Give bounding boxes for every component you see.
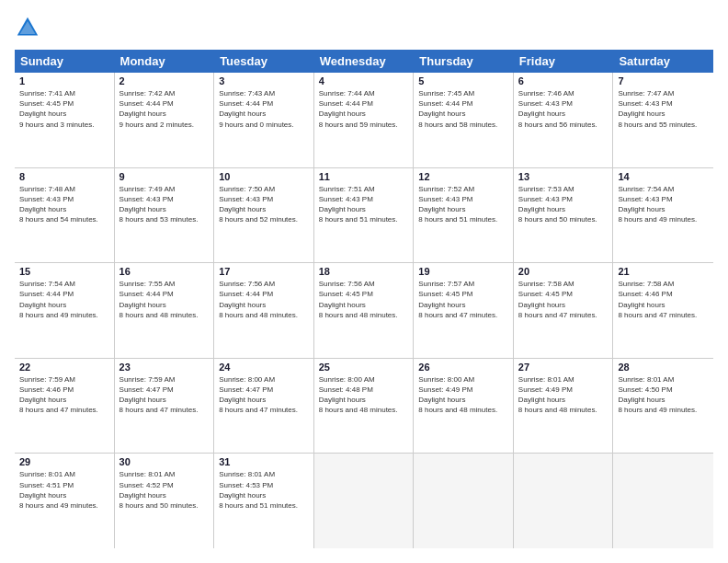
calendar-day-1: 1Sunrise: 7:41 AMSunset: 4:45 PMDaylight… [15,73,115,167]
day-number: 18 [319,266,409,277]
calendar-day-6: 6Sunrise: 7:46 AMSunset: 4:43 PMDaylight… [514,73,614,167]
day-number: 14 [618,171,709,182]
calendar-day-16: 16Sunrise: 7:55 AMSunset: 4:44 PMDayligh… [115,263,215,358]
header-day-tuesday: Tuesday [214,50,314,73]
header-day-friday: Friday [514,50,614,73]
empty-cell [613,454,713,548]
day-info: Sunrise: 7:59 AMSunset: 4:47 PMDaylight … [119,374,210,416]
day-number: 17 [219,266,309,277]
calendar-day-18: 18Sunrise: 7:56 AMSunset: 4:45 PMDayligh… [314,263,415,358]
calendar-header: SundayMondayTuesdayWednesdayThursdayFrid… [15,50,713,73]
day-number: 31 [219,456,309,467]
day-number: 24 [219,362,309,373]
day-info: Sunrise: 7:41 AMSunset: 4:45 PMDaylight … [19,88,109,130]
day-info: Sunrise: 8:01 AMSunset: 4:53 PMDaylight … [219,469,309,511]
calendar-day-29: 29Sunrise: 8:01 AMSunset: 4:51 PMDayligh… [15,454,115,548]
day-info: Sunrise: 8:01 AMSunset: 4:50 PMDaylight … [618,374,709,416]
header [15,15,713,40]
calendar-day-2: 2Sunrise: 7:42 AMSunset: 4:44 PMDaylight… [115,73,215,167]
calendar-week-2: 8Sunrise: 7:48 AMSunset: 4:43 PMDaylight… [15,168,713,264]
calendar-day-10: 10Sunrise: 7:50 AMSunset: 4:43 PMDayligh… [214,168,314,263]
day-info: Sunrise: 7:50 AMSunset: 4:43 PMDaylight … [219,184,309,225]
calendar-day-31: 31Sunrise: 8:01 AMSunset: 4:53 PMDayligh… [214,454,314,548]
calendar: SundayMondayTuesdayWednesdayThursdayFrid… [15,50,713,548]
day-number: 19 [418,266,508,277]
day-info: Sunrise: 7:45 AMSunset: 4:44 PMDaylight … [418,88,508,130]
calendar-week-1: 1Sunrise: 7:41 AMSunset: 4:45 PMDaylight… [15,73,713,168]
day-number: 9 [119,171,210,182]
day-info: Sunrise: 7:58 AMSunset: 4:45 PMDaylight … [518,279,609,320]
day-info: Sunrise: 7:56 AMSunset: 4:44 PMDaylight … [219,279,309,320]
day-info: Sunrise: 7:58 AMSunset: 4:46 PMDaylight … [618,279,709,320]
header-day-sunday: Sunday [15,50,115,73]
day-info: Sunrise: 8:01 AMSunset: 4:51 PMDaylight … [19,469,109,511]
calendar-day-9: 9Sunrise: 7:49 AMSunset: 4:43 PMDaylight… [115,168,215,263]
day-number: 23 [119,362,210,373]
calendar-day-23: 23Sunrise: 7:59 AMSunset: 4:47 PMDayligh… [115,359,215,454]
calendar-day-5: 5Sunrise: 7:45 AMSunset: 4:44 PMDaylight… [414,73,514,167]
page: SundayMondayTuesdayWednesdayThursdayFrid… [0,0,728,563]
calendar-week-3: 15Sunrise: 7:54 AMSunset: 4:44 PMDayligh… [15,263,713,359]
calendar-day-27: 27Sunrise: 8:01 AMSunset: 4:49 PMDayligh… [514,359,614,454]
day-info: Sunrise: 7:46 AMSunset: 4:43 PMDaylight … [518,88,609,130]
day-info: Sunrise: 7:48 AMSunset: 4:43 PMDaylight … [19,184,109,225]
calendar-day-25: 25Sunrise: 8:00 AMSunset: 4:48 PMDayligh… [314,359,415,454]
calendar-day-7: 7Sunrise: 7:47 AMSunset: 4:43 PMDaylight… [613,73,713,167]
header-day-wednesday: Wednesday [314,50,415,73]
day-info: Sunrise: 8:00 AMSunset: 4:48 PMDaylight … [319,374,409,416]
calendar-week-5: 29Sunrise: 8:01 AMSunset: 4:51 PMDayligh… [15,454,713,548]
calendar-day-20: 20Sunrise: 7:58 AMSunset: 4:45 PMDayligh… [514,263,614,358]
empty-cell [314,454,415,548]
calendar-day-28: 28Sunrise: 8:01 AMSunset: 4:50 PMDayligh… [613,359,713,454]
day-number: 28 [618,362,709,373]
calendar-week-4: 22Sunrise: 7:59 AMSunset: 4:46 PMDayligh… [15,359,713,454]
calendar-day-19: 19Sunrise: 7:57 AMSunset: 4:45 PMDayligh… [414,263,514,358]
day-info: Sunrise: 7:54 AMSunset: 4:43 PMDaylight … [618,184,709,225]
calendar-day-26: 26Sunrise: 8:00 AMSunset: 4:49 PMDayligh… [414,359,514,454]
day-number: 11 [319,171,409,182]
header-day-saturday: Saturday [613,50,713,73]
day-number: 16 [119,266,210,277]
day-number: 30 [119,456,210,467]
day-info: Sunrise: 7:52 AMSunset: 4:43 PMDaylight … [418,184,508,225]
day-info: Sunrise: 7:42 AMSunset: 4:44 PMDaylight … [119,88,210,130]
day-number: 8 [19,171,109,182]
day-info: Sunrise: 7:57 AMSunset: 4:45 PMDaylight … [418,279,508,320]
day-number: 2 [119,75,210,86]
calendar-day-21: 21Sunrise: 7:58 AMSunset: 4:46 PMDayligh… [613,263,713,358]
day-number: 27 [518,362,609,373]
day-number: 29 [19,456,109,467]
empty-cell [514,454,614,548]
calendar-day-14: 14Sunrise: 7:54 AMSunset: 4:43 PMDayligh… [613,168,713,263]
calendar-day-12: 12Sunrise: 7:52 AMSunset: 4:43 PMDayligh… [414,168,514,263]
day-number: 1 [19,75,109,86]
day-info: Sunrise: 7:43 AMSunset: 4:44 PMDaylight … [219,88,309,130]
day-info: Sunrise: 8:00 AMSunset: 4:47 PMDaylight … [219,374,309,416]
day-number: 10 [219,171,309,182]
calendar-day-24: 24Sunrise: 8:00 AMSunset: 4:47 PMDayligh… [214,359,314,454]
day-number: 5 [418,75,508,86]
day-info: Sunrise: 8:01 AMSunset: 4:52 PMDaylight … [119,469,210,511]
calendar-day-15: 15Sunrise: 7:54 AMSunset: 4:44 PMDayligh… [15,263,115,358]
day-number: 21 [618,266,709,277]
empty-cell [414,454,514,548]
day-number: 6 [518,75,609,86]
day-info: Sunrise: 7:53 AMSunset: 4:43 PMDaylight … [518,184,609,225]
calendar-day-11: 11Sunrise: 7:51 AMSunset: 4:43 PMDayligh… [314,168,415,263]
day-number: 13 [518,171,609,182]
calendar-day-30: 30Sunrise: 8:01 AMSunset: 4:52 PMDayligh… [115,454,215,548]
day-info: Sunrise: 7:59 AMSunset: 4:46 PMDaylight … [19,374,109,416]
day-number: 26 [418,362,508,373]
day-number: 20 [518,266,609,277]
calendar-day-8: 8Sunrise: 7:48 AMSunset: 4:43 PMDaylight… [15,168,115,263]
day-info: Sunrise: 8:00 AMSunset: 4:49 PMDaylight … [418,374,508,416]
calendar-body: 1Sunrise: 7:41 AMSunset: 4:45 PMDaylight… [15,73,713,548]
header-day-thursday: Thursday [414,50,514,73]
day-number: 25 [319,362,409,373]
day-info: Sunrise: 7:55 AMSunset: 4:44 PMDaylight … [119,279,210,320]
day-info: Sunrise: 7:56 AMSunset: 4:45 PMDaylight … [319,279,409,320]
logo-icon [15,15,40,40]
day-number: 15 [19,266,109,277]
day-info: Sunrise: 8:01 AMSunset: 4:49 PMDaylight … [518,374,609,416]
day-info: Sunrise: 7:44 AMSunset: 4:44 PMDaylight … [319,88,409,130]
